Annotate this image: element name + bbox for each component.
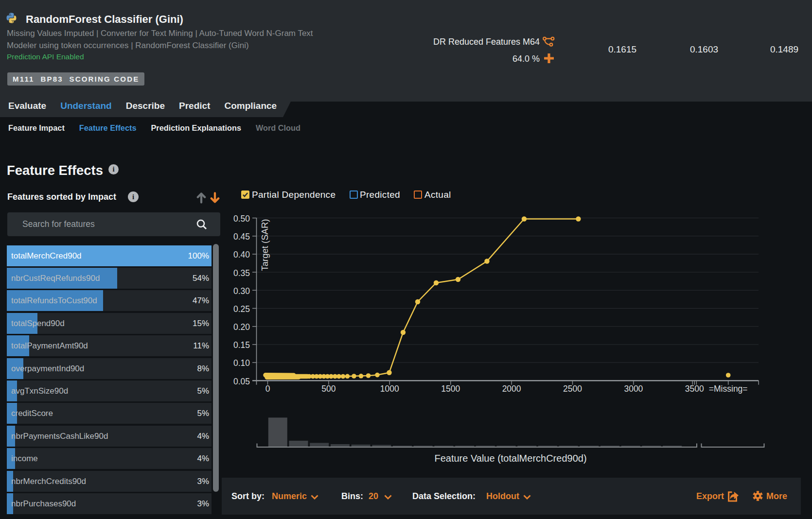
svg-text:0.20: 0.20 (233, 322, 250, 332)
svg-text:0.25: 0.25 (233, 304, 250, 314)
svg-text:3500: 3500 (685, 384, 704, 394)
svg-text:3000: 3000 (624, 384, 643, 394)
svg-text:0.30: 0.30 (233, 286, 250, 296)
svg-text:0.05: 0.05 (233, 377, 250, 386)
svg-text:1500: 1500 (441, 384, 460, 394)
svg-text:0: 0 (265, 384, 270, 394)
svg-text:0.45: 0.45 (233, 232, 250, 242)
svg-text:Feature Value (totalMerchCred9: Feature Value (totalMerchCred90d) (434, 453, 586, 464)
svg-text:0.50: 0.50 (233, 214, 250, 224)
svg-text:500: 500 (321, 384, 335, 394)
svg-text:Target (SAR): Target (SAR) (260, 219, 270, 271)
svg-text:0.40: 0.40 (233, 250, 250, 260)
svg-text:0.35: 0.35 (233, 268, 250, 278)
svg-text:0.15: 0.15 (233, 340, 250, 350)
svg-text:1000: 1000 (380, 384, 399, 394)
svg-text:2500: 2500 (563, 384, 582, 394)
svg-text:0.10: 0.10 (233, 358, 250, 368)
svg-text:2000: 2000 (502, 384, 521, 394)
svg-text:=Missing=: =Missing= (709, 384, 748, 394)
